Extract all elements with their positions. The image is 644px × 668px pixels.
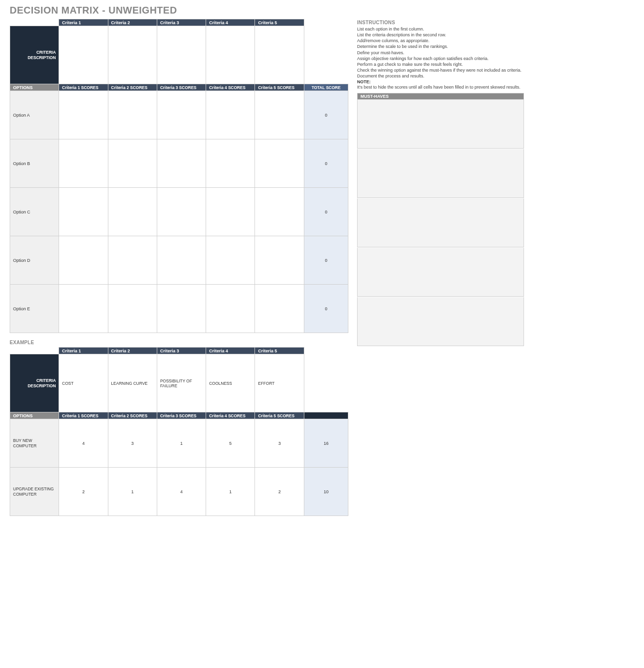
total-score-header: TOTAL SCORE (304, 84, 348, 91)
score-cell[interactable] (206, 236, 255, 285)
criteria-description-cell: LEARNING CURVE (108, 354, 157, 412)
score-cell[interactable] (255, 285, 304, 333)
criteria-description-cell[interactable] (108, 26, 157, 84)
scores-header: Criteria 1 SCORES (59, 84, 108, 91)
scores-header: Criteria 1 SCORES (59, 412, 108, 419)
criteria-description-cell[interactable] (59, 26, 108, 84)
criteria-header: Criteria 4 (206, 348, 255, 354)
option-label[interactable]: Option A (10, 91, 59, 139)
score-cell[interactable] (59, 188, 108, 236)
score-cell[interactable] (255, 236, 304, 285)
scores-header: Criteria 3 SCORES (157, 412, 206, 419)
page-title: DECISION MATRIX - UNWEIGHTED (10, 5, 634, 16)
score-cell[interactable] (206, 139, 255, 188)
score-cell: 1 (108, 468, 157, 516)
score-cell[interactable] (59, 91, 108, 139)
must-have-box[interactable] (357, 297, 524, 346)
example-matrix-table: Criteria 1 Criteria 2 Criteria 3 Criteri… (10, 347, 348, 516)
table-row: UPGRADE EXISTING COMPUTER 2 1 4 1 2 10 (10, 468, 348, 516)
option-label[interactable]: Option C (10, 188, 59, 236)
score-cell[interactable] (108, 236, 157, 285)
scores-header: Criteria 4 SCORES (206, 84, 255, 91)
criteria-description-cell: EFFORT (255, 354, 304, 412)
criteria-header: Criteria 1 (59, 348, 108, 354)
table-row: BUY NEW COMPUTER 4 3 1 5 3 16 (10, 419, 348, 468)
options-header: OPTIONS (10, 412, 59, 419)
instruction-line: Check the winning option against the mus… (357, 67, 524, 73)
score-cell: 2 (255, 468, 304, 516)
option-label[interactable]: Option B (10, 139, 59, 188)
table-row: Option B 0 (10, 139, 348, 188)
score-cell[interactable] (157, 236, 206, 285)
score-cell: 4 (157, 468, 206, 516)
blank-corner (304, 354, 348, 412)
instructions-heading: INSTRUCTIONS (357, 20, 524, 25)
instruction-note-text: It's best to hide the scores until all c… (357, 84, 524, 90)
criteria-description-cell[interactable] (157, 26, 206, 84)
criteria-description-cell[interactable] (255, 26, 304, 84)
table-row: Option D 0 (10, 236, 348, 285)
criteria-header: Criteria 2 (108, 19, 157, 26)
total-score-cell: 16 (304, 419, 348, 468)
total-score-cell: 0 (304, 188, 348, 236)
score-cell: 5 (206, 419, 255, 468)
criteria-header: Criteria 5 (255, 348, 304, 354)
must-have-box[interactable] (357, 100, 524, 149)
option-label: BUY NEW COMPUTER (10, 419, 59, 468)
instruction-line: List the criteria descriptions in the se… (357, 32, 524, 38)
instruction-line: Assign objective rankings for how each o… (357, 56, 524, 61)
score-cell[interactable] (157, 285, 206, 333)
score-cell: 4 (59, 419, 108, 468)
total-score-cell: 0 (304, 236, 348, 285)
scores-header: Criteria 2 SCORES (108, 84, 157, 91)
score-cell[interactable] (206, 285, 255, 333)
scores-header: Criteria 5 SCORES (255, 412, 304, 419)
decision-matrix-table: Criteria 1 Criteria 2 Criteria 3 Criteri… (10, 19, 348, 333)
score-cell: 1 (206, 468, 255, 516)
instruction-line: Perform a gut check to make sure the res… (357, 61, 524, 67)
score-cell[interactable] (59, 139, 108, 188)
total-score-cell: 10 (304, 468, 348, 516)
score-cell[interactable] (157, 91, 206, 139)
must-haves-heading: MUST-HAVES (357, 93, 524, 100)
score-cell: 3 (108, 419, 157, 468)
table-row: Option A 0 (10, 91, 348, 139)
score-cell[interactable] (59, 236, 108, 285)
score-cell[interactable] (206, 91, 255, 139)
criteria-description-cell[interactable] (206, 26, 255, 84)
instruction-note-label: NOTE: (357, 79, 524, 84)
instruction-line: Add/remove columns, as appropriate. (357, 38, 524, 44)
criteria-description-label: CRITERIA DESCRIPTION (10, 354, 59, 412)
score-cell: 2 (59, 468, 108, 516)
blank-corner (304, 348, 348, 354)
score-cell[interactable] (255, 188, 304, 236)
score-cell[interactable] (108, 285, 157, 333)
score-cell[interactable] (255, 91, 304, 139)
example-heading: EXAMPLE (10, 340, 348, 345)
total-score-cell: 0 (304, 285, 348, 333)
score-cell: 1 (157, 419, 206, 468)
score-cell[interactable] (108, 139, 157, 188)
score-cell[interactable] (157, 188, 206, 236)
must-have-box[interactable] (357, 149, 524, 198)
option-label[interactable]: Option D (10, 236, 59, 285)
score-cell: 3 (255, 419, 304, 468)
blank-corner (10, 348, 59, 354)
score-cell[interactable] (59, 285, 108, 333)
criteria-description-cell: POSSIBILITY OF FAILURE (157, 354, 206, 412)
must-have-box[interactable] (357, 198, 524, 247)
table-row: Option C 0 (10, 188, 348, 236)
total-score-cell: 0 (304, 91, 348, 139)
score-cell[interactable] (157, 139, 206, 188)
total-score-cell: 0 (304, 139, 348, 188)
instruction-line: List each option in the first column. (357, 26, 524, 32)
score-cell[interactable] (255, 139, 304, 188)
total-score-header (304, 412, 348, 419)
criteria-header: Criteria 1 (59, 19, 108, 26)
must-have-box[interactable] (357, 248, 524, 297)
criteria-header: Criteria 2 (108, 348, 157, 354)
score-cell[interactable] (206, 188, 255, 236)
score-cell[interactable] (108, 188, 157, 236)
option-label[interactable]: Option E (10, 285, 59, 333)
score-cell[interactable] (108, 91, 157, 139)
